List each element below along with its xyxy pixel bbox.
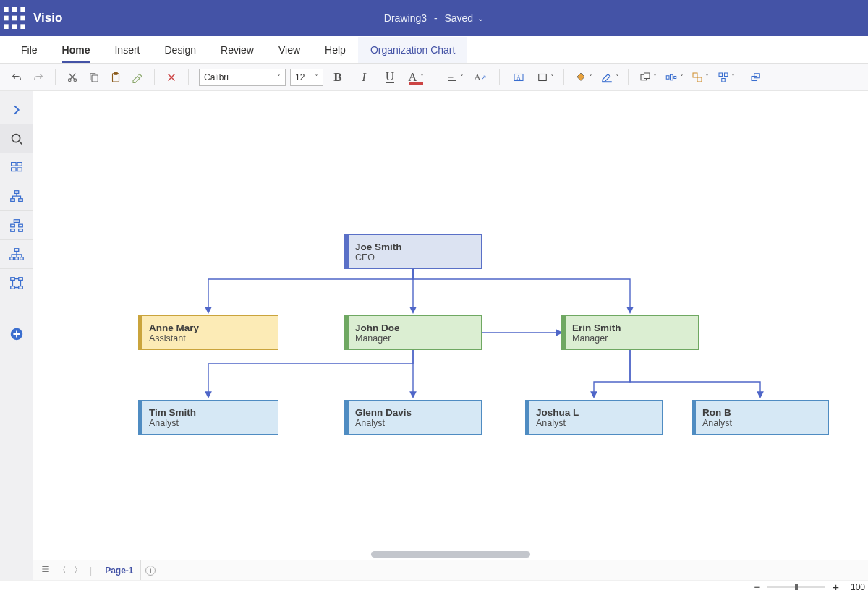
group-button[interactable]: ˅ bbox=[688, 68, 711, 87]
search-shapes-button[interactable] bbox=[0, 124, 33, 153]
node-role: Analyst bbox=[536, 418, 656, 428]
stencil-hierarchy-2-icon[interactable] bbox=[0, 211, 33, 240]
tab-organization-chart[interactable]: Organization Chart bbox=[358, 37, 468, 63]
text-block-button[interactable]: A bbox=[507, 68, 530, 87]
org-node-a3[interactable]: Joshua LAnalyst bbox=[525, 400, 663, 435]
format-painter-button[interactable] bbox=[128, 68, 147, 87]
stencil-hierarchy-3-icon[interactable] bbox=[0, 240, 33, 269]
shapes-rail bbox=[0, 91, 33, 580]
stencil-hierarchy-1-icon[interactable] bbox=[0, 182, 33, 211]
node-name: Glenn Davis bbox=[355, 407, 475, 418]
prev-page-button[interactable]: 〈 bbox=[56, 564, 68, 576]
tab-review[interactable]: Review bbox=[208, 44, 266, 63]
org-node-asst[interactable]: Anne MaryAssistant bbox=[138, 315, 278, 350]
connector-mgr1-a1[interactable] bbox=[208, 350, 413, 397]
org-node-mgr1[interactable]: John DoeManager bbox=[344, 315, 482, 350]
connector-ceo-mgr2[interactable] bbox=[413, 269, 630, 312]
tab-help[interactable]: Help bbox=[312, 44, 358, 63]
page-tab[interactable]: Page-1 bbox=[98, 560, 141, 580]
document-title[interactable]: Drawing3 - Saved ⌄ bbox=[384, 12, 484, 24]
add-stencil-button[interactable] bbox=[0, 320, 33, 349]
svg-point-30 bbox=[12, 134, 20, 142]
svg-rect-31 bbox=[11, 162, 15, 166]
svg-rect-22 bbox=[673, 76, 676, 78]
align-button[interactable]: ˅ bbox=[443, 68, 466, 87]
zoom-out-button[interactable]: − bbox=[754, 581, 760, 593]
svg-rect-48 bbox=[18, 278, 22, 281]
next-page-button[interactable]: 〉 bbox=[72, 564, 84, 576]
svg-rect-49 bbox=[10, 286, 14, 289]
position-button[interactable]: ˅ bbox=[714, 68, 737, 87]
zoom-slider[interactable] bbox=[767, 586, 825, 588]
svg-rect-2 bbox=[20, 7, 25, 12]
node-name: Tim Smith bbox=[149, 407, 272, 418]
fill-color-button[interactable]: ˅ bbox=[571, 68, 595, 87]
org-node-a1[interactable]: Tim SmithAnalyst bbox=[138, 400, 278, 435]
stencil-hierarchy-4-icon[interactable] bbox=[0, 269, 33, 298]
cut-button[interactable] bbox=[63, 68, 82, 87]
svg-rect-47 bbox=[10, 278, 14, 281]
org-node-ceo[interactable]: Joe SmithCEO bbox=[344, 234, 482, 269]
delete-button[interactable] bbox=[162, 68, 181, 87]
document-status: Saved bbox=[444, 12, 473, 24]
ribbon-tabs: File Home Insert Design Review View Help… bbox=[0, 36, 868, 64]
underline-button[interactable]: U bbox=[378, 68, 401, 87]
org-node-a4[interactable]: Ron BAnalyst bbox=[692, 400, 829, 435]
undo-button[interactable] bbox=[7, 68, 26, 87]
separator bbox=[55, 69, 56, 85]
italic-button[interactable]: I bbox=[352, 68, 375, 87]
connector-mgr2-a4[interactable] bbox=[630, 350, 760, 397]
scrollbar-thumb[interactable] bbox=[371, 551, 530, 558]
separator bbox=[563, 69, 564, 85]
svg-rect-26 bbox=[724, 73, 728, 77]
svg-rect-5 bbox=[20, 16, 25, 21]
tab-file[interactable]: File bbox=[9, 44, 50, 63]
tab-insert[interactable]: Insert bbox=[102, 44, 152, 63]
add-page-button[interactable]: + bbox=[145, 566, 156, 576]
connector-ceo-asst[interactable] bbox=[208, 269, 413, 312]
text-size-button[interactable]: A↗ bbox=[469, 68, 492, 87]
zoom-in-button[interactable]: + bbox=[833, 581, 839, 593]
toolbar: Calibri ˅ 12 ˅ B I U A˅ ˅ A↗ A ˅ ˅ ˅ ˅ ˅… bbox=[0, 64, 868, 91]
svg-rect-21 bbox=[670, 74, 673, 80]
node-stripe bbox=[139, 401, 142, 434]
svg-rect-27 bbox=[721, 78, 725, 82]
layers-button[interactable] bbox=[744, 68, 767, 87]
node-name: Anne Mary bbox=[149, 323, 272, 333]
all-pages-icon[interactable] bbox=[39, 564, 52, 576]
svg-rect-42 bbox=[18, 229, 22, 231]
tab-view[interactable]: View bbox=[266, 44, 312, 63]
stencil-frame-icon[interactable] bbox=[0, 153, 33, 182]
main-area: Joe SmithCEOAnne MaryAssistantJohn DoeMa… bbox=[0, 91, 868, 580]
connector-mgr2-a3[interactable] bbox=[594, 350, 630, 397]
copy-button[interactable] bbox=[85, 68, 103, 87]
tab-home[interactable]: Home bbox=[50, 44, 103, 63]
paste-button[interactable] bbox=[106, 68, 125, 87]
align-shapes-button[interactable]: ˅ bbox=[662, 68, 685, 87]
node-role: Analyst bbox=[149, 418, 272, 428]
font-size-select[interactable]: 12 ˅ bbox=[290, 69, 323, 86]
org-node-a2[interactable]: Glenn DavisAnalyst bbox=[344, 400, 482, 435]
title-bar: Visio Drawing3 - Saved ⌄ bbox=[0, 0, 868, 36]
svg-rect-36 bbox=[10, 198, 14, 201]
shape-outline-button[interactable]: ˅ bbox=[533, 68, 556, 87]
svg-rect-45 bbox=[14, 257, 18, 260]
org-node-mgr2[interactable]: Erin SmithManager bbox=[561, 315, 699, 350]
node-stripe bbox=[692, 401, 696, 434]
app-launcher-icon[interactable] bbox=[0, 0, 29, 36]
node-name: John Doe bbox=[355, 323, 475, 333]
horizontal-scrollbar[interactable] bbox=[33, 548, 868, 560]
arrange-button[interactable]: ˅ bbox=[636, 68, 659, 87]
node-name: Joe Smith bbox=[355, 242, 475, 252]
line-color-button[interactable]: ˅ bbox=[597, 68, 621, 87]
tab-design[interactable]: Design bbox=[152, 44, 208, 63]
chevron-down-icon: ˅ bbox=[315, 73, 318, 81]
svg-rect-34 bbox=[17, 168, 21, 171]
expand-panel-button[interactable] bbox=[0, 95, 33, 124]
document-name: Drawing3 bbox=[384, 12, 427, 24]
redo-button[interactable] bbox=[29, 68, 48, 87]
bold-button[interactable]: B bbox=[326, 68, 349, 87]
drawing-canvas[interactable]: Joe SmithCEOAnne MaryAssistantJohn DoeMa… bbox=[33, 91, 868, 580]
font-color-button[interactable]: A˅ bbox=[404, 68, 427, 87]
font-family-select[interactable]: Calibri ˅ bbox=[199, 69, 286, 86]
